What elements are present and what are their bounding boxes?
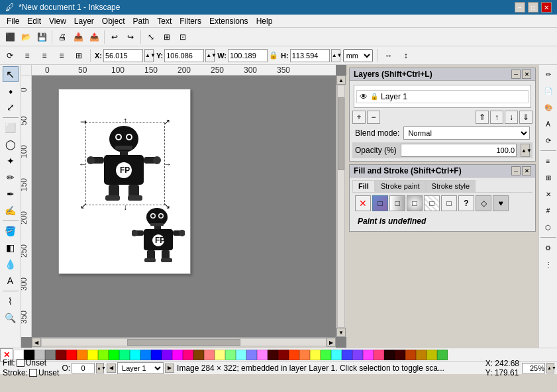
color-swatch[interactable]	[87, 350, 98, 360]
eyedropper-tool[interactable]: 💧	[3, 256, 19, 272]
layers-close-button[interactable]: ✕	[522, 70, 531, 79]
color-swatch[interactable]	[268, 350, 278, 360]
align-panel-button[interactable]: ≡	[540, 153, 556, 169]
color-swatch[interactable]	[162, 350, 172, 360]
circle-tool[interactable]: ◯	[3, 136, 19, 152]
menu-item-text[interactable]: Text	[153, 16, 176, 26]
add-layer-button[interactable]: +	[352, 111, 366, 124]
canvas-area[interactable]: 0 50 100 150 200 250 300 350 0 50 100 15…	[21, 65, 346, 348]
layer-nav-left[interactable]: ◀	[107, 364, 116, 373]
scroll-thumb-v[interactable]	[338, 97, 344, 170]
minimize-button[interactable]: −	[515, 2, 525, 13]
lock-icon[interactable]: 🔒	[269, 51, 278, 60]
undo-button[interactable]: ↩	[107, 30, 122, 44]
w-input[interactable]	[228, 49, 268, 62]
zoom-input[interactable]	[522, 363, 545, 373]
swatch-button[interactable]: □	[441, 195, 457, 211]
blend-mode-select[interactable]: Normal Multiply Screen Overlay	[403, 126, 530, 140]
color-swatch[interactable]	[151, 350, 162, 360]
text-button[interactable]: A	[540, 116, 556, 132]
tab-stroke-paint[interactable]: Stroke paint	[375, 180, 426, 192]
color-swatch[interactable]	[310, 350, 321, 360]
layer-nav-right[interactable]: ▶	[165, 364, 174, 373]
handle-bm[interactable]: ↓	[123, 203, 127, 212]
x-spin[interactable]: ▲▼	[144, 49, 154, 62]
color-swatch[interactable]	[246, 350, 257, 360]
color-swatch[interactable]	[437, 350, 448, 360]
fill-minimize-button[interactable]: ─	[511, 166, 521, 175]
color-swatch[interactable]	[119, 350, 130, 360]
color-swatch[interactable]	[427, 350, 437, 360]
eye-icon[interactable]: 👁	[360, 92, 368, 101]
scroll-left-button[interactable]: ◀	[32, 338, 41, 347]
menu-item-extensions[interactable]: Extensions	[205, 16, 252, 26]
move-down-button[interactable]: ↓	[505, 111, 518, 124]
dropper-tool[interactable]: 🔍	[3, 310, 19, 326]
flip-v-button[interactable]: ↕	[399, 48, 413, 63]
color-swatch[interactable]	[109, 350, 119, 360]
select-tool[interactable]: ↖	[3, 66, 19, 82]
import-button[interactable]: 📥	[71, 30, 85, 44]
color-swatch[interactable]	[342, 350, 352, 360]
menu-item-view[interactable]: View	[45, 16, 70, 26]
stroke-swatch[interactable]	[29, 369, 37, 377]
linear-gradient-button[interactable]: □	[389, 195, 405, 211]
color-swatch[interactable]	[130, 350, 140, 360]
canvas-background[interactable]: ↖ ↑ ↗ ← → ↙ ↓ ↘	[32, 75, 336, 337]
grid-button[interactable]: #	[540, 203, 556, 219]
zoom-fit-button[interactable]: ⤡	[144, 30, 158, 44]
scroll-up-button[interactable]: ▲	[336, 75, 346, 85]
color-swatch[interactable]	[193, 350, 204, 360]
transform-panel-button[interactable]: ⟳	[540, 132, 556, 148]
color-swatch[interactable]	[66, 350, 77, 360]
h-input[interactable]	[290, 49, 330, 62]
align-button[interactable]: ≡	[20, 48, 34, 63]
text-tool[interactable]: A	[3, 273, 19, 289]
remove-layer-button[interactable]: −	[367, 111, 380, 124]
scroll-track-v[interactable]	[337, 85, 345, 328]
heart-button[interactable]: ♥	[493, 195, 509, 211]
color-swatch[interactable]	[384, 350, 395, 360]
open-button[interactable]: 📂	[19, 30, 33, 44]
color-swatch[interactable]	[331, 350, 342, 360]
align-h-button[interactable]: ≡	[37, 48, 52, 63]
pen-tool[interactable]: ✒	[3, 186, 19, 202]
marker-button[interactable]: ◇	[476, 195, 491, 211]
scroll-thumb-h[interactable]	[127, 339, 241, 346]
color-swatch[interactable]	[204, 350, 215, 360]
no-paint-button[interactable]: ✕	[355, 195, 371, 211]
node-tool[interactable]: ⬧	[3, 83, 19, 99]
color-swatch[interactable]	[289, 350, 299, 360]
snap-button[interactable]: ⊞	[540, 170, 556, 185]
close-button[interactable]: ✕	[541, 2, 552, 13]
color-swatch[interactable]	[225, 350, 236, 360]
tab-stroke-style[interactable]: Stroke style	[426, 180, 476, 192]
flat-color-button[interactable]: □	[372, 195, 388, 211]
tab-fill[interactable]: Fill	[352, 180, 375, 192]
connector-tool[interactable]: ⌇	[3, 293, 19, 309]
guides-button[interactable]: ✕	[540, 186, 556, 202]
layers-minimize-button[interactable]: ─	[511, 70, 521, 79]
color-swatch[interactable]	[140, 350, 151, 360]
export-button[interactable]: 📤	[87, 30, 101, 44]
distribute-button[interactable]: ⊞	[72, 48, 86, 63]
menu-item-help[interactable]: Help	[252, 16, 277, 26]
zoom-tool[interactable]: ⤢	[3, 99, 19, 115]
color-swatch[interactable]	[183, 350, 193, 360]
color-swatch[interactable]	[98, 350, 109, 360]
radial-gradient-button[interactable]: □	[407, 195, 423, 211]
color-swatch[interactable]	[172, 350, 183, 360]
opacity-spin[interactable]: ▲▼	[521, 144, 530, 157]
color-swatch[interactable]	[77, 350, 87, 360]
calligraphy-tool[interactable]: ✍	[3, 203, 19, 219]
zoom-spin[interactable]: ▲▼	[546, 363, 554, 373]
handle-tr[interactable]: ↗	[164, 117, 170, 126]
unit-select[interactable]: mm px in	[343, 49, 373, 62]
fill-swatch[interactable]	[17, 359, 25, 367]
h-spin[interactable]: ▲▼	[331, 49, 340, 62]
align-v-button[interactable]: ≡	[54, 48, 69, 63]
color-swatch[interactable]	[395, 350, 405, 360]
x-input[interactable]	[103, 49, 143, 62]
menu-item-file[interactable]: File	[3, 16, 23, 26]
color-swatch[interactable]	[374, 350, 384, 360]
